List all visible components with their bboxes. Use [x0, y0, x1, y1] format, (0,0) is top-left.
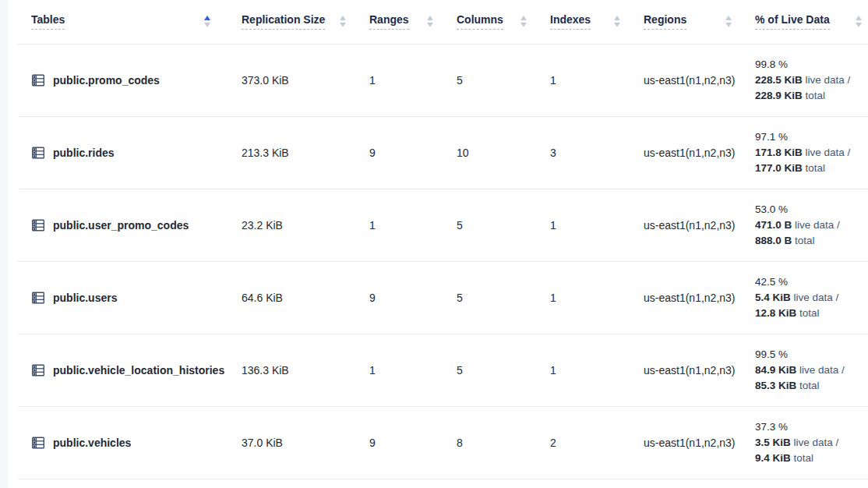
live-size-line: 471.0 B live data / [755, 217, 865, 233]
column-label[interactable]: % of Live Data [755, 13, 830, 30]
live-size-line: 3.5 KiB live data / [755, 435, 865, 451]
column-header-indexes[interactable]: Indexes [539, 0, 633, 44]
live-percent: 37.3 % [755, 419, 865, 435]
table-name-cell: public.promo_codes [18, 44, 231, 116]
table-row[interactable]: public.users 64.6 KiB 9 5 1 us-east1(n1,… [18, 261, 868, 334]
live-data-cell: 53.0 % 471.0 B live data / 888.0 B total [744, 189, 868, 261]
indexes-cell: 1 [539, 44, 633, 116]
table-icon [31, 73, 45, 87]
live-size-line: 228.5 KiB live data / [755, 72, 865, 88]
column-label[interactable]: Ranges [369, 13, 409, 30]
columns-cell: 5 [446, 261, 539, 334]
table-row[interactable]: public.rides 213.3 KiB 9 10 3 us-east1(n… [18, 116, 868, 189]
ranges-cell: 9 [358, 406, 446, 479]
columns-cell: 5 [446, 334, 539, 406]
table-row[interactable]: public.vehicles 37.0 KiB 9 8 2 us-east1(… [18, 406, 868, 479]
table-body: public.promo_codes 373.0 KiB 1 5 1 us-ea… [18, 44, 868, 479]
live-size-line: 5.4 KiB live data / [755, 290, 865, 306]
table-row[interactable]: public.promo_codes 373.0 KiB 1 5 1 us-ea… [18, 44, 868, 116]
indexes-cell: 2 [539, 406, 633, 479]
live-data-cell: 37.3 % 3.5 KiB live data / 9.4 KiB total [744, 406, 868, 479]
page-left-gutter [0, 0, 8, 488]
total-size-line: 228.9 KiB total [755, 88, 865, 104]
table-name-link[interactable]: public.promo_codes [53, 74, 160, 87]
live-percent: 99.5 % [755, 347, 865, 362]
table-name-cell: public.users [18, 261, 231, 334]
total-size-line: 85.3 KiB total [755, 378, 865, 394]
table-name-link[interactable]: public.vehicles [53, 437, 131, 449]
indexes-cell: 1 [539, 189, 633, 261]
ranges-cell: 9 [358, 116, 446, 189]
table-icon [31, 436, 45, 450]
column-header-live-data[interactable]: % of Live Data [744, 0, 868, 44]
table-row[interactable]: public.vehicle_location_histories 136.3 … [18, 334, 868, 406]
table-row[interactable]: public.user_promo_codes 23.2 KiB 1 5 1 u… [18, 189, 868, 261]
table-icon [31, 363, 45, 377]
table-icon [31, 291, 45, 305]
sort-icon[interactable] [725, 16, 732, 27]
replication-size-cell: 213.3 KiB [231, 116, 358, 189]
total-size-line: 12.8 KiB total [755, 306, 865, 321]
database-tables-table: Tables Replication Size Ranges [18, 0, 868, 479]
live-percent: 97.1 % [755, 129, 865, 145]
regions-cell: us-east1(n1,n2,n3) [633, 406, 744, 479]
table-name-cell: public.vehicles [18, 406, 231, 479]
ranges-cell: 1 [358, 189, 446, 261]
regions-cell: us-east1(n1,n2,n3) [633, 261, 744, 334]
live-size-line: 84.9 KiB live data / [755, 362, 865, 378]
live-data-cell: 97.1 % 171.8 KiB live data / 177.0 KiB t… [744, 116, 868, 189]
table-name-cell: public.rides [18, 116, 231, 189]
sort-icon[interactable] [427, 16, 433, 27]
ranges-cell: 1 [358, 334, 446, 406]
header-row: Tables Replication Size Ranges [18, 0, 868, 44]
regions-cell: us-east1(n1,n2,n3) [633, 334, 744, 406]
ranges-cell: 9 [358, 261, 446, 334]
column-label[interactable]: Tables [31, 13, 65, 30]
table-icon [31, 146, 45, 160]
table-name-cell: public.vehicle_location_histories [18, 334, 231, 406]
replication-size-cell: 64.6 KiB [231, 261, 358, 334]
column-header-regions[interactable]: Regions [633, 0, 744, 44]
sort-icon[interactable] [520, 16, 527, 27]
total-size-line: 888.0 B total [755, 233, 865, 249]
table-name-link[interactable]: public.vehicle_location_histories [53, 364, 224, 377]
sort-icon[interactable] [340, 16, 346, 27]
column-label[interactable]: Indexes [550, 13, 591, 30]
column-label[interactable]: Columns [457, 13, 503, 30]
table-header: Tables Replication Size Ranges [18, 0, 868, 44]
columns-cell: 10 [446, 116, 539, 189]
live-percent: 42.5 % [755, 274, 865, 290]
column-header-ranges[interactable]: Ranges [358, 0, 446, 44]
indexes-cell: 1 [539, 261, 633, 334]
columns-cell: 8 [446, 406, 539, 479]
sort-icon[interactable] [614, 16, 620, 27]
replication-size-cell: 373.0 KiB [231, 44, 358, 116]
sort-icon[interactable] [204, 16, 210, 27]
indexes-cell: 3 [539, 116, 633, 189]
columns-cell: 5 [446, 189, 539, 261]
replication-size-cell: 37.0 KiB [231, 406, 358, 479]
column-header-tables[interactable]: Tables [18, 0, 231, 44]
table-name-link[interactable]: public.users [53, 292, 117, 304]
replication-size-cell: 136.3 KiB [231, 334, 358, 406]
regions-cell: us-east1(n1,n2,n3) [633, 116, 744, 189]
sort-icon[interactable] [856, 16, 862, 27]
column-label[interactable]: Regions [644, 13, 686, 30]
regions-cell: us-east1(n1,n2,n3) [633, 189, 744, 261]
indexes-cell: 1 [539, 334, 633, 406]
live-size-line: 171.8 KiB live data / [755, 145, 865, 161]
table-icon [31, 218, 45, 232]
total-size-line: 9.4 KiB total [755, 451, 865, 466]
columns-cell: 5 [446, 44, 539, 116]
total-size-line: 177.0 KiB total [755, 161, 865, 176]
table-name-link[interactable]: public.user_promo_codes [53, 219, 189, 232]
regions-cell: us-east1(n1,n2,n3) [633, 44, 744, 116]
tables-list-page: Tables Replication Size Ranges [0, 0, 868, 488]
column-header-replication-size[interactable]: Replication Size [231, 0, 358, 44]
column-header-columns[interactable]: Columns [446, 0, 539, 44]
column-label[interactable]: Replication Size [242, 13, 325, 30]
table-name-link[interactable]: public.rides [53, 147, 115, 159]
live-percent: 53.0 % [755, 202, 865, 217]
live-data-cell: 42.5 % 5.4 KiB live data / 12.8 KiB tota… [744, 261, 868, 334]
replication-size-cell: 23.2 KiB [231, 189, 358, 261]
